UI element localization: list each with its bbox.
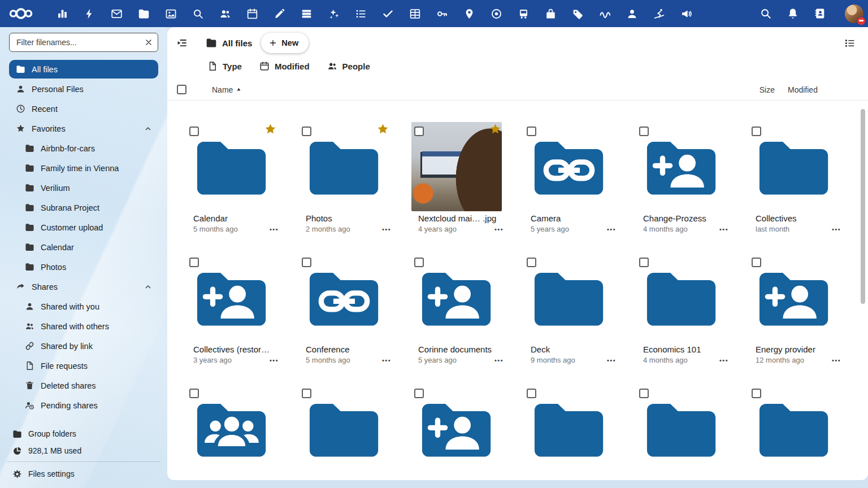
user-avatar[interactable] [845, 5, 863, 23]
column-name[interactable]: Name [212, 85, 242, 94]
app-button-user[interactable] [618, 0, 645, 27]
sidebar-item-deleted-shares[interactable]: Deleted shares [9, 376, 158, 395]
sidebar-item-file-requests[interactable]: File requests [9, 356, 158, 375]
file-tile-energy-provider[interactable]: Energy provider 12 months ago ••• [737, 252, 850, 364]
file-checkbox[interactable] [752, 258, 761, 267]
topbar-button-addressbook[interactable] [806, 0, 834, 27]
filter-chip-type[interactable]: Type [207, 61, 242, 71]
scrollbar-thumb[interactable] [861, 109, 865, 304]
app-button-list[interactable] [347, 0, 374, 27]
topbar-button-bell[interactable] [779, 0, 806, 27]
sidebar-item-shared-by-link[interactable]: Shared by link [9, 337, 158, 355]
sidebar-item-shared-with-you[interactable]: Shared with you [9, 297, 158, 316]
app-button-deck[interactable] [293, 0, 320, 27]
file-tile-folder-plain[interactable] [513, 384, 625, 474]
toggle-sidebar-button[interactable] [175, 37, 188, 49]
app-button-calendar[interactable] [238, 0, 266, 27]
new-button[interactable]: New [261, 33, 309, 53]
app-button-photos[interactable] [157, 0, 184, 27]
sidebar-footer-item-files-settings[interactable]: Files settings [5, 464, 163, 483]
file-actions-menu-icon[interactable]: ••• [719, 357, 728, 364]
sidebar-item-shares[interactable]: Shares [9, 277, 158, 296]
app-button-announcements[interactable] [672, 0, 700, 27]
column-modified[interactable]: Modified [788, 85, 821, 94]
file-actions-menu-icon[interactable]: ••• [719, 226, 728, 233]
file-tile-calendar[interactable]: Calendar 5 months ago ••• [175, 121, 288, 233]
app-button-tags[interactable] [564, 0, 591, 27]
file-actions-menu-icon[interactable]: ••• [607, 226, 616, 233]
app-button-assistant[interactable] [320, 0, 347, 27]
file-tile-nextcloud-mai-jpg[interactable]: Nextcloud mai… .jpg 4 years ago ••• [400, 121, 513, 233]
sidebar-item-verilium[interactable]: Verilium [9, 178, 158, 197]
file-checkbox[interactable] [752, 127, 761, 136]
file-checkbox[interactable] [189, 389, 199, 398]
sidebar-item-photos[interactable]: Photos [9, 258, 158, 276]
sidebar-item-all-files[interactable]: All files [9, 60, 158, 79]
chevron-up-icon[interactable] [144, 124, 153, 133]
nextcloud-logo[interactable] [8, 0, 43, 27]
file-actions-menu-icon[interactable]: ••• [494, 226, 504, 233]
file-actions-menu-icon[interactable]: ••• [270, 357, 279, 364]
sidebar-item-calendar[interactable]: Calendar [9, 238, 158, 256]
sidebar-item-pending-shares[interactable]: Pending shares [9, 396, 158, 415]
file-tile-collectives-restor[interactable]: Collectives (restor… 3 years ago ••• [175, 252, 288, 364]
file-actions-menu-icon[interactable]: ••• [832, 226, 841, 233]
app-button-notes[interactable] [266, 0, 293, 27]
chevron-up-icon[interactable] [144, 282, 153, 291]
file-tile-conference[interactable]: Conference 5 months ago ••• [288, 252, 400, 364]
app-button-ski[interactable] [645, 0, 672, 27]
sidebar-item-recent[interactable]: Recent [9, 99, 158, 118]
file-checkbox[interactable] [414, 258, 424, 267]
sidebar-item-customer-upload[interactable]: Customer upload [9, 218, 158, 237]
sidebar-item-shared-with-others[interactable]: Shared with others [9, 317, 158, 336]
app-button-search[interactable] [184, 0, 211, 27]
app-button-maps[interactable] [455, 0, 483, 27]
app-button-world[interactable] [483, 0, 510, 27]
file-checkbox[interactable] [414, 389, 424, 398]
file-tile-folder-plain[interactable] [625, 384, 737, 474]
file-tile-economics-101[interactable]: Economics 101 4 months ago ••• [625, 252, 737, 364]
sidebar-item-airbnb-for-cars[interactable]: Airbnb-for-cars [9, 139, 158, 158]
file-checkbox[interactable] [639, 389, 649, 398]
file-checkbox[interactable] [302, 258, 311, 267]
file-checkbox[interactable] [527, 258, 536, 267]
app-button-contacts[interactable] [211, 0, 238, 27]
file-checkbox[interactable] [527, 389, 536, 398]
file-tile-change-prozess[interactable]: Change-Prozess 4 months ago ••• [625, 121, 737, 233]
app-button-tasks[interactable] [374, 0, 401, 27]
sidebar-item-favorites[interactable]: Favorites [9, 119, 158, 138]
file-checkbox[interactable] [189, 127, 199, 136]
topbar-button-search[interactable] [752, 0, 779, 27]
app-button-passwords[interactable] [428, 0, 455, 27]
file-actions-menu-icon[interactable]: ••• [494, 357, 504, 364]
list-view-toggle-icon[interactable] [844, 37, 856, 49]
file-tile-photos[interactable]: Photos 2 months ago ••• [288, 121, 400, 233]
sidebar-footer-item-928-1-mb-used[interactable]: 928,1 MB used [5, 442, 163, 459]
file-tile-folder-group[interactable] [175, 384, 288, 474]
file-actions-menu-icon[interactable]: ••• [382, 357, 391, 364]
file-actions-menu-icon[interactable]: ••• [270, 226, 279, 233]
file-tile-corinne-documents[interactable]: Corinne documents 5 years ago ••• [400, 252, 513, 364]
app-button-tables[interactable] [401, 0, 428, 27]
file-checkbox[interactable] [527, 127, 536, 136]
select-all-checkbox[interactable] [177, 85, 186, 94]
file-tile-collectives[interactable]: Collectives last month ••• [737, 121, 850, 233]
filter-chip-people[interactable]: People [327, 61, 370, 71]
file-tile-folder-plain[interactable] [288, 384, 400, 474]
column-size[interactable]: Size [739, 85, 775, 94]
filter-chip-modified[interactable]: Modified [259, 61, 310, 71]
file-actions-menu-icon[interactable]: ••• [832, 357, 841, 364]
file-checkbox[interactable] [639, 127, 649, 136]
file-tile-camera[interactable]: Camera 5 years ago ••• [513, 121, 625, 233]
file-tile-deck[interactable]: Deck 9 months ago ••• [513, 252, 625, 364]
file-actions-menu-icon[interactable]: ••• [607, 357, 616, 364]
app-button-analytics[interactable] [591, 0, 618, 27]
sidebar-item-subrana-project[interactable]: Subrana Project [9, 198, 158, 217]
sidebar-item-personal-files[interactable]: Personal Files [9, 80, 158, 98]
app-button-activity[interactable] [76, 0, 103, 27]
file-tile-folder-plain[interactable] [737, 384, 850, 474]
app-button-mail[interactable] [103, 0, 130, 27]
file-tile-folder-shared[interactable] [400, 384, 513, 474]
file-checkbox[interactable] [414, 127, 424, 136]
filter-filenames-input[interactable] [9, 33, 158, 52]
